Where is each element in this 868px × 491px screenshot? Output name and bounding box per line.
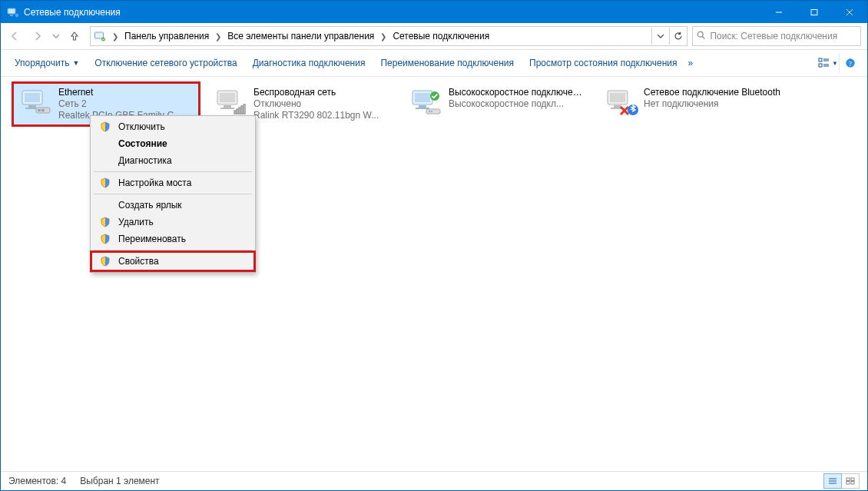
organize-button[interactable]: Упорядочить ▼: [7, 53, 87, 73]
ctx-label: Настройка моста: [118, 177, 191, 188]
svg-rect-40: [426, 109, 440, 114]
network-broadband-icon: [407, 87, 444, 118]
svg-rect-7: [95, 32, 104, 38]
chevron-right-icon[interactable]: ❯: [377, 32, 389, 41]
shield-icon: [98, 177, 112, 189]
connection-item-bluetooth[interactable]: Сетевое подключение Bluetooth Нет подклю…: [598, 83, 784, 121]
change-view-button[interactable]: ▼: [817, 54, 839, 72]
ctx-delete[interactable]: Удалить: [92, 214, 253, 231]
svg-rect-31: [237, 109, 238, 114]
chevron-right-icon[interactable]: ❯: [212, 32, 224, 41]
connection-device: Нет подключения: [644, 98, 780, 110]
chevron-right-icon[interactable]: ❯: [109, 32, 121, 41]
network-wifi-icon: [212, 87, 249, 118]
breadcrumb-seg-2[interactable]: Сетевые подключения: [389, 27, 492, 45]
connection-name: Высокоскоростное подключение: [449, 87, 585, 98]
svg-rect-54: [851, 478, 854, 481]
nav-forward-button[interactable]: [27, 26, 48, 46]
close-button[interactable]: [832, 1, 867, 23]
search-box[interactable]: [692, 26, 861, 46]
view-details-button[interactable]: [823, 473, 842, 489]
svg-rect-1: [10, 15, 13, 16]
breadcrumb-seg-0[interactable]: Панель управления: [121, 27, 212, 45]
breadcrumb-dropdown-button[interactable]: [652, 28, 669, 45]
svg-rect-32: [239, 108, 240, 114]
svg-rect-25: [41, 109, 45, 111]
ctx-separator: [94, 194, 252, 194]
disable-device-button[interactable]: Отключение сетевого устройства: [87, 53, 244, 73]
svg-rect-4: [811, 9, 817, 15]
ctx-label: Переименовать: [118, 234, 186, 244]
svg-rect-29: [220, 108, 234, 109]
ctx-properties[interactable]: Свойства: [92, 253, 253, 270]
nav-up-button[interactable]: [64, 26, 85, 46]
connection-name: Сетевое подключение Bluetooth: [644, 87, 780, 98]
ctx-diagnostics[interactable]: Диагностика: [92, 152, 253, 169]
view-status-button[interactable]: Просмотр состояния подключения: [522, 53, 684, 73]
connection-device: Ralink RT3290 802.11bgn W...: [253, 110, 379, 121]
shield-icon: [98, 121, 112, 133]
ctx-label: Состояние: [118, 138, 167, 149]
svg-line-10: [702, 36, 704, 38]
ctx-create-shortcut[interactable]: Создать ярлык: [92, 197, 253, 214]
connection-item-broadband[interactable]: Высокоскоростное подключение Высокоскоро…: [403, 83, 589, 121]
svg-rect-20: [25, 93, 40, 102]
shield-icon: [98, 233, 112, 245]
svg-rect-30: [234, 111, 236, 114]
ctx-status[interactable]: Состояние: [92, 135, 253, 152]
ctx-label: Удалить: [118, 217, 154, 227]
window-title: Сетевые подключения: [24, 7, 121, 18]
diagnose-button[interactable]: Диагностика подключения: [245, 53, 373, 73]
statusbar: Элементов: 4 Выбран 1 элемент: [1, 471, 867, 490]
svg-rect-37: [419, 105, 426, 108]
svg-rect-33: [241, 106, 243, 114]
nav-recent-button[interactable]: [50, 26, 62, 46]
shield-icon: [98, 216, 112, 228]
svg-rect-56: [851, 482, 854, 485]
svg-rect-36: [415, 93, 430, 102]
shield-icon: [98, 255, 112, 267]
svg-point-42: [431, 111, 432, 112]
command-bar: Упорядочить ▼ Отключение сетевого устрой…: [1, 50, 867, 77]
svg-rect-34: [244, 105, 245, 114]
view-toggle: [823, 473, 860, 489]
svg-point-41: [429, 111, 430, 112]
window: Сетевые подключения: [0, 0, 868, 491]
help-button[interactable]: ?: [839, 54, 861, 72]
svg-rect-27: [220, 93, 235, 102]
breadcrumb-seg-1[interactable]: Все элементы панели управления: [224, 27, 377, 45]
svg-point-9: [697, 32, 703, 37]
connection-status: Сеть 2: [58, 98, 181, 110]
svg-text:?: ?: [849, 60, 852, 68]
search-icon: [696, 30, 707, 42]
overflow-button[interactable]: »: [685, 53, 697, 73]
nav-back-button[interactable]: [4, 26, 25, 46]
network-bluetooth-icon: [602, 87, 639, 118]
breadcrumb[interactable]: ❯ Панель управления ❯ Все элементы панел…: [90, 26, 687, 46]
ctx-bridge[interactable]: Настройка моста: [92, 174, 253, 191]
addressbar: ❯ Панель управления ❯ Все элементы панел…: [1, 23, 867, 50]
control-panel-icon: [94, 30, 106, 42]
search-input[interactable]: [708, 30, 857, 42]
svg-rect-53: [846, 478, 850, 481]
connection-device: Высокоскоростное подкл...: [449, 98, 585, 110]
ctx-disable[interactable]: Отключить: [92, 118, 253, 135]
ctx-rename[interactable]: Переименовать: [92, 231, 253, 247]
svg-rect-11: [819, 58, 822, 61]
svg-rect-21: [28, 105, 36, 108]
ctx-label: Создать ярлык: [118, 200, 182, 211]
view-large-icons-button[interactable]: [842, 473, 860, 489]
svg-point-2: [15, 13, 19, 17]
svg-rect-24: [38, 109, 41, 111]
connection-name: Ethernet: [58, 87, 181, 98]
refresh-button[interactable]: [669, 28, 687, 45]
ctx-separator: [94, 250, 252, 250]
ctx-separator: [94, 171, 252, 172]
svg-rect-28: [224, 105, 231, 108]
maximize-button[interactable]: [797, 1, 832, 23]
svg-rect-14: [819, 64, 822, 67]
rename-connection-button[interactable]: Переименование подключения: [373, 53, 522, 73]
svg-rect-44: [610, 93, 625, 102]
minimize-button[interactable]: [761, 1, 797, 23]
titlebar: Сетевые подключения: [1, 1, 867, 23]
